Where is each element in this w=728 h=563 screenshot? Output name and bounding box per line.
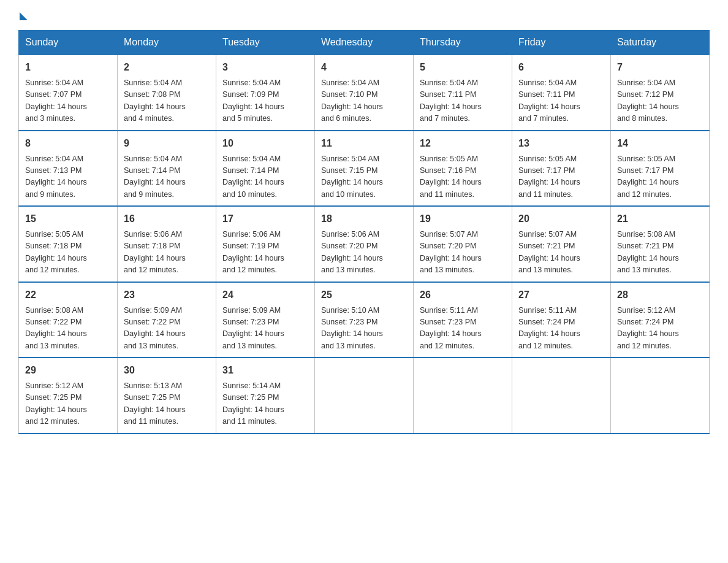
day-info: Sunrise: 5:04 AMSunset: 7:11 PMDaylight:… — [518, 77, 604, 125]
calendar-cell: 16Sunrise: 5:06 AMSunset: 7:18 PMDayligh… — [118, 206, 216, 282]
calendar-cell: 7Sunrise: 5:04 AMSunset: 7:12 PMDaylight… — [611, 55, 710, 131]
calendar-cell: 8Sunrise: 5:04 AMSunset: 7:13 PMDaylight… — [19, 131, 118, 207]
calendar-cell: 28Sunrise: 5:12 AMSunset: 7:24 PMDayligh… — [611, 282, 710, 358]
day-info: Sunrise: 5:13 AMSunset: 7:25 PMDaylight:… — [124, 380, 210, 428]
day-number: 28 — [617, 288, 703, 302]
page-header — [18, 12, 710, 19]
day-number: 11 — [321, 136, 407, 151]
calendar-cell: 14Sunrise: 5:05 AMSunset: 7:17 PMDayligh… — [611, 131, 710, 207]
day-number: 29 — [25, 363, 111, 378]
day-number: 13 — [518, 136, 604, 151]
day-info: Sunrise: 5:05 AMSunset: 7:17 PMDaylight:… — [617, 153, 703, 201]
day-number: 19 — [420, 212, 506, 226]
day-info: Sunrise: 5:11 AMSunset: 7:23 PMDaylight:… — [420, 305, 506, 353]
calendar-cell — [414, 358, 512, 434]
day-number: 12 — [420, 136, 506, 151]
calendar-cell: 18Sunrise: 5:06 AMSunset: 7:20 PMDayligh… — [315, 206, 414, 282]
day-number: 26 — [420, 288, 506, 302]
day-number: 31 — [222, 363, 308, 378]
col-header-saturday: Saturday — [611, 31, 710, 55]
calendar-cell: 13Sunrise: 5:05 AMSunset: 7:17 PMDayligh… — [512, 131, 611, 207]
day-info: Sunrise: 5:04 AMSunset: 7:15 PMDaylight:… — [321, 153, 407, 201]
calendar-week-row: 1Sunrise: 5:04 AMSunset: 7:07 PMDaylight… — [19, 55, 710, 131]
day-number: 15 — [25, 212, 111, 226]
day-info: Sunrise: 5:14 AMSunset: 7:25 PMDaylight:… — [222, 380, 308, 428]
day-number: 4 — [321, 60, 407, 75]
day-number: 30 — [124, 363, 210, 378]
day-info: Sunrise: 5:05 AMSunset: 7:16 PMDaylight:… — [420, 153, 506, 201]
day-info: Sunrise: 5:09 AMSunset: 7:23 PMDaylight:… — [222, 305, 308, 353]
day-number: 8 — [25, 136, 111, 151]
calendar-cell: 1Sunrise: 5:04 AMSunset: 7:07 PMDaylight… — [19, 55, 118, 131]
day-number: 25 — [321, 288, 407, 302]
day-number: 3 — [222, 60, 308, 75]
calendar-cell: 4Sunrise: 5:04 AMSunset: 7:10 PMDaylight… — [315, 55, 414, 131]
logo — [18, 12, 28, 19]
day-info: Sunrise: 5:06 AMSunset: 7:18 PMDaylight:… — [124, 229, 210, 277]
day-info: Sunrise: 5:11 AMSunset: 7:24 PMDaylight:… — [518, 305, 604, 353]
day-number: 7 — [617, 60, 703, 75]
col-header-wednesday: Wednesday — [315, 31, 414, 55]
calendar-cell: 21Sunrise: 5:08 AMSunset: 7:21 PMDayligh… — [611, 206, 710, 282]
calendar-cell: 19Sunrise: 5:07 AMSunset: 7:20 PMDayligh… — [414, 206, 512, 282]
day-info: Sunrise: 5:04 AMSunset: 7:13 PMDaylight:… — [25, 153, 111, 201]
calendar-cell: 2Sunrise: 5:04 AMSunset: 7:08 PMDaylight… — [118, 55, 216, 131]
day-number: 2 — [124, 60, 210, 75]
day-info: Sunrise: 5:05 AMSunset: 7:17 PMDaylight:… — [518, 153, 604, 201]
calendar-cell: 24Sunrise: 5:09 AMSunset: 7:23 PMDayligh… — [216, 282, 315, 358]
day-info: Sunrise: 5:06 AMSunset: 7:19 PMDaylight:… — [222, 229, 308, 277]
day-number: 18 — [321, 212, 407, 226]
day-info: Sunrise: 5:08 AMSunset: 7:22 PMDaylight:… — [25, 305, 111, 353]
day-number: 20 — [518, 212, 604, 226]
col-header-sunday: Sunday — [19, 31, 118, 55]
day-number: 6 — [518, 60, 604, 75]
day-number: 16 — [124, 212, 210, 226]
calendar-cell — [611, 358, 710, 434]
day-info: Sunrise: 5:12 AMSunset: 7:24 PMDaylight:… — [617, 305, 703, 353]
logo-triangle-icon — [20, 12, 28, 20]
day-number: 21 — [617, 212, 703, 226]
calendar-cell: 15Sunrise: 5:05 AMSunset: 7:18 PMDayligh… — [19, 206, 118, 282]
calendar-week-row: 8Sunrise: 5:04 AMSunset: 7:13 PMDaylight… — [19, 131, 710, 207]
calendar-cell: 3Sunrise: 5:04 AMSunset: 7:09 PMDaylight… — [216, 55, 315, 131]
day-number: 10 — [222, 136, 308, 151]
calendar-cell: 22Sunrise: 5:08 AMSunset: 7:22 PMDayligh… — [19, 282, 118, 358]
day-number: 22 — [25, 288, 111, 302]
calendar-cell: 5Sunrise: 5:04 AMSunset: 7:11 PMDaylight… — [414, 55, 512, 131]
calendar-cell: 25Sunrise: 5:10 AMSunset: 7:23 PMDayligh… — [315, 282, 414, 358]
calendar-cell: 12Sunrise: 5:05 AMSunset: 7:16 PMDayligh… — [414, 131, 512, 207]
day-info: Sunrise: 5:05 AMSunset: 7:18 PMDaylight:… — [25, 229, 111, 277]
day-info: Sunrise: 5:04 AMSunset: 7:11 PMDaylight:… — [420, 77, 506, 125]
calendar-header-row: SundayMondayTuesdayWednesdayThursdayFrid… — [19, 31, 710, 55]
calendar-cell: 17Sunrise: 5:06 AMSunset: 7:19 PMDayligh… — [216, 206, 315, 282]
calendar-cell: 23Sunrise: 5:09 AMSunset: 7:22 PMDayligh… — [118, 282, 216, 358]
calendar-cell: 31Sunrise: 5:14 AMSunset: 7:25 PMDayligh… — [216, 358, 315, 434]
day-info: Sunrise: 5:04 AMSunset: 7:07 PMDaylight:… — [25, 77, 111, 125]
day-info: Sunrise: 5:12 AMSunset: 7:25 PMDaylight:… — [25, 380, 111, 428]
day-info: Sunrise: 5:10 AMSunset: 7:23 PMDaylight:… — [321, 305, 407, 353]
day-number: 23 — [124, 288, 210, 302]
calendar-table: SundayMondayTuesdayWednesdayThursdayFrid… — [18, 30, 710, 434]
calendar-cell: 27Sunrise: 5:11 AMSunset: 7:24 PMDayligh… — [512, 282, 611, 358]
calendar-cell: 20Sunrise: 5:07 AMSunset: 7:21 PMDayligh… — [512, 206, 611, 282]
day-info: Sunrise: 5:04 AMSunset: 7:14 PMDaylight:… — [222, 153, 308, 201]
calendar-cell: 9Sunrise: 5:04 AMSunset: 7:14 PMDaylight… — [118, 131, 216, 207]
calendar-week-row: 15Sunrise: 5:05 AMSunset: 7:18 PMDayligh… — [19, 206, 710, 282]
day-number: 17 — [222, 212, 308, 226]
day-info: Sunrise: 5:09 AMSunset: 7:22 PMDaylight:… — [124, 305, 210, 353]
calendar-cell: 6Sunrise: 5:04 AMSunset: 7:11 PMDaylight… — [512, 55, 611, 131]
day-number: 27 — [518, 288, 604, 302]
day-number: 9 — [124, 136, 210, 151]
day-info: Sunrise: 5:08 AMSunset: 7:21 PMDaylight:… — [617, 229, 703, 277]
day-number: 24 — [222, 288, 308, 302]
day-info: Sunrise: 5:04 AMSunset: 7:12 PMDaylight:… — [617, 77, 703, 125]
day-info: Sunrise: 5:04 AMSunset: 7:14 PMDaylight:… — [124, 153, 210, 201]
calendar-cell: 30Sunrise: 5:13 AMSunset: 7:25 PMDayligh… — [118, 358, 216, 434]
day-number: 14 — [617, 136, 703, 151]
col-header-friday: Friday — [512, 31, 611, 55]
day-info: Sunrise: 5:04 AMSunset: 7:09 PMDaylight:… — [222, 77, 308, 125]
calendar-cell: 26Sunrise: 5:11 AMSunset: 7:23 PMDayligh… — [414, 282, 512, 358]
calendar-cell: 11Sunrise: 5:04 AMSunset: 7:15 PMDayligh… — [315, 131, 414, 207]
col-header-thursday: Thursday — [414, 31, 512, 55]
day-info: Sunrise: 5:07 AMSunset: 7:21 PMDaylight:… — [518, 229, 604, 277]
